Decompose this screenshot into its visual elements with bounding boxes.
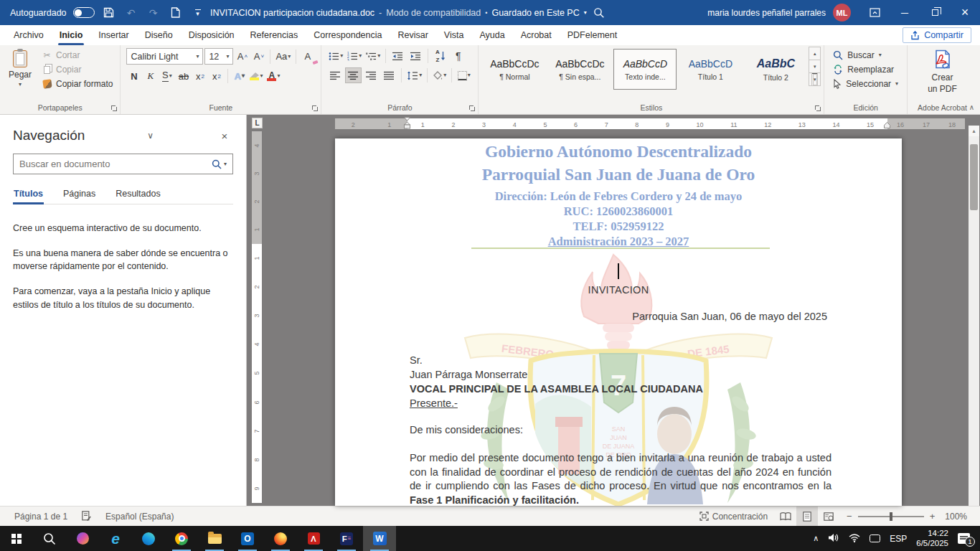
volume-icon[interactable] <box>828 532 839 545</box>
justify-button[interactable] <box>381 67 397 83</box>
language-indicator[interactable]: ESP <box>890 534 907 544</box>
clipboard-dialog-launcher[interactable] <box>110 105 118 112</box>
indent-marker[interactable] <box>404 117 410 132</box>
highlight-button[interactable]: ▾ <box>248 68 264 84</box>
style-card[interactable]: AaBbCcD Título 1 <box>679 49 742 90</box>
internet-explorer-icon[interactable]: e <box>99 526 132 551</box>
sort-button[interactable]: AZ <box>432 48 448 64</box>
ribbon-display-options-icon[interactable] <box>859 0 890 25</box>
navigation-search-input[interactable] <box>19 159 212 169</box>
navigation-tab[interactable]: Resultados <box>115 186 161 204</box>
styles-scroll-up-icon[interactable]: ▴ <box>809 47 821 60</box>
style-card[interactable]: AaBbCcDc ¶ Normal <box>483 49 546 90</box>
format-painter-button[interactable]: Copiar formato <box>39 77 116 90</box>
ribbon-tab[interactable]: Diseño <box>137 25 181 45</box>
copilot-icon[interactable] <box>66 526 99 551</box>
find-button[interactable]: Buscar▾ <box>831 49 900 61</box>
start-button[interactable] <box>0 526 33 551</box>
firefox-icon[interactable] <box>264 526 297 551</box>
align-center-button[interactable] <box>345 67 362 83</box>
autosave-toggle[interactable] <box>73 7 95 18</box>
style-card[interactable]: AaBbCcDc ¶ Sin espa... <box>548 49 611 90</box>
style-card[interactable]: AaBbCcD Texto inde... <box>613 49 677 90</box>
minimize-button[interactable]: ─ <box>890 0 920 25</box>
numbering-button[interactable]: 123▾ <box>346 48 363 64</box>
horizontal-ruler[interactable]: 21 123456789101112131415 161718 <box>335 118 965 129</box>
document-title[interactable]: INVITACION participacion ciudadana.doc -… <box>206 8 592 18</box>
ribbon-tab[interactable]: Acrobat <box>513 25 560 45</box>
align-right-button[interactable] <box>363 67 380 83</box>
user-name[interactable]: maria lourdes peñafiel parrales <box>707 8 826 18</box>
cut-button[interactable]: ✂Cortar <box>39 49 116 62</box>
font-size-select[interactable]: 12▾ <box>204 48 233 65</box>
show-marks-button[interactable]: ¶ <box>450 48 466 64</box>
redo-icon[interactable]: ↷ <box>146 4 161 22</box>
ribbon-tab[interactable]: Revisar <box>390 25 435 45</box>
ribbon-tab[interactable]: Vista <box>436 25 472 45</box>
paste-button[interactable]: Pegar ▾ <box>3 47 37 90</box>
tray-expand-icon[interactable]: ∧ <box>813 534 819 543</box>
bullets-button[interactable]: ▾ <box>327 48 344 64</box>
replace-button[interactable]: Reemplazar <box>831 63 900 75</box>
proofing-icon[interactable] <box>75 507 98 526</box>
ribbon-tab[interactable]: Ayuda <box>471 25 512 45</box>
collapse-ribbon-icon[interactable]: ∧ <box>969 103 974 111</box>
zoom-slider[interactable] <box>858 516 924 517</box>
scroll-up-icon[interactable]: ▴ <box>969 126 979 136</box>
strikethrough-button[interactable]: ab <box>176 68 191 84</box>
chrome-icon[interactable] <box>165 526 198 551</box>
shrink-font-button[interactable]: A˅ <box>251 49 266 65</box>
styles-scroll-down-icon[interactable]: ▾ <box>809 60 821 73</box>
page-number-status[interactable]: Página 1 de 1 <box>7 507 75 526</box>
zoom-slider-thumb[interactable] <box>890 512 892 521</box>
clock[interactable]: 14:22 6/5/2025 <box>916 529 948 548</box>
ribbon-tab[interactable]: PDFelement <box>560 25 625 45</box>
zoom-out-button[interactable]: − <box>847 511 852 522</box>
ribbon-tab[interactable]: Inicio <box>52 25 91 45</box>
scrollbar-thumb[interactable] <box>970 144 978 210</box>
vertical-scrollbar[interactable]: ▴ <box>969 126 979 506</box>
document-icon[interactable] <box>168 4 184 22</box>
copy-button[interactable]: Copiar <box>39 63 116 76</box>
style-card[interactable]: AaBbC Título 2 <box>744 49 807 90</box>
multilevel-list-button[interactable]: ▾ <box>364 48 382 64</box>
tab-selector[interactable]: L <box>252 118 263 128</box>
ribbon-tab[interactable]: Correspondencia <box>306 25 390 45</box>
navigation-close-icon[interactable]: × <box>216 130 233 142</box>
bold-button[interactable]: N <box>126 68 141 84</box>
borders-button[interactable]: ▾ <box>456 67 472 83</box>
change-case-button[interactable]: Aa▾ <box>274 49 292 65</box>
select-button[interactable]: Seleccionar▾ <box>831 77 900 90</box>
display-cast-icon[interactable] <box>870 534 880 542</box>
font-color-button[interactable]: A▾ <box>265 68 281 84</box>
shading-button[interactable]: ▾ <box>431 67 448 83</box>
search-icon[interactable] <box>591 4 607 22</box>
focus-mode-button[interactable]: Concentración <box>692 507 775 526</box>
underline-button[interactable]: S▾ <box>159 68 174 84</box>
customize-quick-access-icon[interactable]: ▾ <box>190 4 206 22</box>
language-status[interactable]: Español (España) <box>98 507 181 526</box>
edge-icon[interactable] <box>132 526 165 551</box>
align-left-button[interactable] <box>327 67 344 83</box>
navigation-search-icon[interactable]: ▾ <box>212 159 227 169</box>
ribbon-tab[interactable]: Disposición <box>181 25 242 45</box>
undo-icon[interactable]: ↶ <box>123 4 139 22</box>
wifi-icon[interactable] <box>849 532 860 545</box>
navigation-options-chevron-icon[interactable]: ∨ <box>142 131 159 141</box>
superscript-button[interactable]: x2 <box>209 68 224 84</box>
share-button[interactable]: Compartir <box>903 27 971 43</box>
ribbon-tab[interactable]: Insertar <box>90 25 136 45</box>
avatar[interactable]: ML <box>833 4 851 22</box>
taskbar-search-icon[interactable] <box>33 526 66 551</box>
file-explorer-icon[interactable] <box>198 526 231 551</box>
subscript-button[interactable]: x2 <box>192 68 207 84</box>
clear-formatting-button[interactable]: A <box>300 49 315 65</box>
styles-more-icon[interactable]: ▾ <box>809 72 821 86</box>
ribbon-tab[interactable]: Archivo <box>6 25 52 45</box>
right-indent-marker[interactable] <box>884 122 890 130</box>
ribbon-tab[interactable]: Referencias <box>242 25 306 45</box>
zoom-level[interactable]: 100% <box>942 512 973 522</box>
restore-button[interactable] <box>920 0 950 25</box>
zoom-in-button[interactable]: + <box>930 511 936 522</box>
web-layout-icon[interactable] <box>818 507 839 526</box>
